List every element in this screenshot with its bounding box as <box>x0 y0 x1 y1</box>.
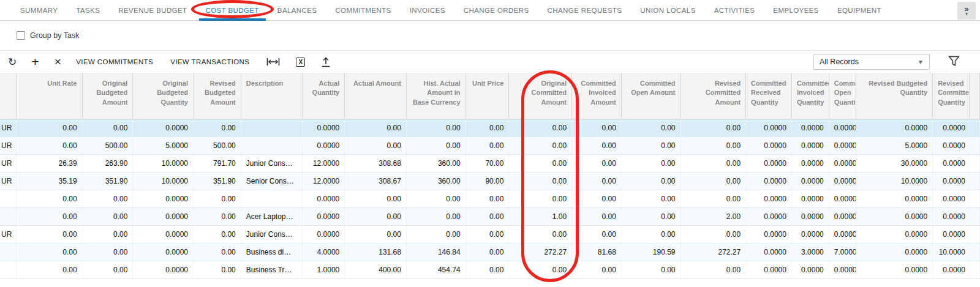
column-header-original-budgeted-quantity[interactable]: Original Budgeted Quantity <box>133 73 194 119</box>
cell-committed-invoiced-amount[interactable]: 0.00 <box>572 155 622 172</box>
cell-original-budgeted-amount[interactable]: 0.00 <box>83 261 134 278</box>
cell-committed-invoiced-quantity[interactable]: 0.0000 <box>792 226 829 243</box>
cell-revised-committed-quantity[interactable]: 0.0000 <box>933 119 970 136</box>
cell-hist-actual-amount[interactable]: 146.84 <box>407 244 466 261</box>
tab-activities[interactable]: ACTIVITIES <box>705 0 764 20</box>
cell-actual-quantity[interactable]: 12.0000 <box>303 155 345 172</box>
cell-original-budgeted-quantity[interactable]: 10.0000 <box>133 173 194 190</box>
cell-original-committed-amount[interactable]: 0.00 <box>509 137 572 154</box>
cell-actual-quantity[interactable]: 0.0000 <box>303 208 345 225</box>
cell-committed-open-amount[interactable]: 0.00 <box>622 173 681 190</box>
cell-revised-budgeted-amount[interactable]: 0.00 <box>194 208 241 225</box>
column-header-edge[interactable] <box>970 73 980 119</box>
group-by-task-checkbox[interactable] <box>17 31 25 40</box>
cell-actual-amount[interactable]: 0.00 <box>345 226 407 243</box>
column-header-committed-invoiced-amount[interactable]: Committed Invoiced Amount <box>572 73 622 119</box>
cell-revised-committed-amount[interactable]: 0.00 <box>681 173 747 190</box>
records-filter-dropdown[interactable]: All Records ▼ <box>813 54 930 70</box>
cell-hist-actual-amount[interactable]: 0.00 <box>407 190 466 207</box>
cell-unit-price[interactable]: 0.00 <box>466 137 510 154</box>
cell-actual-quantity[interactable]: 12.0000 <box>303 173 345 190</box>
cell-currency[interactable]: UR <box>0 119 17 136</box>
cell-edge[interactable] <box>970 155 980 172</box>
cell-revised-committed-quantity[interactable]: 0.0000 <box>933 208 970 225</box>
cell-committed-open-amount[interactable]: 0.00 <box>622 261 681 278</box>
cell-currency[interactable]: UR <box>0 226 17 243</box>
cell-revised-budgeted-quantity[interactable]: 0.0000 <box>856 208 933 225</box>
cell-committed-invoiced-amount[interactable]: 81.68 <box>572 244 622 261</box>
cell-unit-price[interactable]: 70.00 <box>466 155 510 172</box>
tab-revenue-budget[interactable]: REVENUE BUDGET <box>109 0 196 20</box>
cell-original-committed-amount[interactable]: 0.00 <box>509 119 572 136</box>
cell-actual-amount[interactable]: 400.00 <box>345 261 407 278</box>
cell-revised-committed-amount[interactable]: 0.00 <box>681 190 747 207</box>
cell-committed-open-quantity[interactable]: 0.0000 <box>829 173 856 190</box>
delete-row-icon[interactable]: ✕ <box>55 57 62 67</box>
cell-unit-price[interactable]: 0.00 <box>466 190 510 207</box>
cell-description[interactable]: Business Tr… <box>241 261 303 278</box>
tab-balances[interactable]: BALANCES <box>268 0 326 20</box>
add-row-icon[interactable]: + <box>31 54 39 69</box>
cell-revised-budgeted-quantity[interactable]: 5.0000 <box>856 137 933 154</box>
table-row[interactable]: UR26.39263.9010.0000791.70Junior Cons…12… <box>0 155 980 173</box>
cell-actual-amount[interactable]: 308.67 <box>345 173 407 190</box>
cell-committed-open-amount[interactable]: 0.00 <box>622 208 681 225</box>
cell-currency[interactable]: UR <box>0 155 17 172</box>
cell-edge[interactable] <box>970 137 980 154</box>
export-excel-icon[interactable]: X <box>296 58 305 67</box>
cell-committed-received-quantity[interactable]: 0.0000 <box>746 173 792 190</box>
cell-committed-open-quantity[interactable]: 0.0000 <box>829 190 856 207</box>
cell-committed-invoiced-amount[interactable]: 0.00 <box>572 190 622 207</box>
cell-actual-amount[interactable]: 0.00 <box>345 208 407 225</box>
cell-revised-committed-amount[interactable]: 0.00 <box>681 226 747 243</box>
cell-committed-invoiced-amount[interactable]: 0.00 <box>572 137 622 154</box>
cell-committed-received-quantity[interactable]: 0.0000 <box>746 226 792 243</box>
cell-original-budgeted-amount[interactable]: 0.00 <box>83 208 134 225</box>
tab-overflow-button[interactable]: » ▾ <box>957 2 976 20</box>
cell-revised-budgeted-amount[interactable]: 0.00 <box>194 190 241 207</box>
cell-revised-budgeted-amount[interactable]: 0.00 <box>194 244 241 261</box>
cell-original-committed-amount[interactable]: 0.00 <box>509 226 572 243</box>
cell-description[interactable]: Acer Laptop… <box>241 208 303 225</box>
cell-unit-rate[interactable]: 0.00 <box>17 208 83 225</box>
table-row[interactable]: 0.000.000.00000.00Acer Laptop…0.00000.00… <box>0 208 980 226</box>
cell-revised-committed-quantity[interactable]: 0.0000 <box>933 173 970 190</box>
cell-committed-invoiced-quantity[interactable]: 0.0000 <box>792 173 829 190</box>
cell-edge[interactable] <box>970 261 980 278</box>
column-header-revised-budgeted-quantity[interactable]: Revised Budgeted Quantity <box>856 73 933 119</box>
cell-unit-price[interactable]: 0.00 <box>466 244 510 261</box>
cell-actual-quantity[interactable]: 0.0000 <box>303 226 345 243</box>
cell-committed-open-amount[interactable]: 0.00 <box>622 190 681 207</box>
cell-actual-amount[interactable]: 0.00 <box>345 137 407 154</box>
cell-unit-rate[interactable]: 35.19 <box>17 173 83 190</box>
cell-revised-committed-quantity[interactable]: 0.0000 <box>933 190 970 207</box>
cell-revised-budgeted-amount[interactable]: 791.70 <box>194 155 241 172</box>
tab-employees[interactable]: EMPLOYEES <box>764 0 828 20</box>
cell-committed-open-amount[interactable]: 0.00 <box>622 119 681 136</box>
fit-width-icon[interactable] <box>266 58 280 66</box>
cell-unit-price[interactable]: 0.00 <box>466 208 510 225</box>
cell-revised-budgeted-amount[interactable]: 0.00 <box>194 261 241 278</box>
cell-committed-received-quantity[interactable]: 0.0000 <box>746 190 792 207</box>
column-header-unit-rate[interactable]: Unit Rate <box>17 73 83 119</box>
cell-revised-committed-amount[interactable]: 0.00 <box>681 155 747 172</box>
cell-unit-rate[interactable]: 26.39 <box>17 155 83 172</box>
cell-unit-rate[interactable]: 0.00 <box>17 261 83 278</box>
table-row[interactable]: UR0.000.000.00000.000.00000.000.000.000.… <box>0 119 980 137</box>
cell-original-committed-amount[interactable]: 0.00 <box>509 173 572 190</box>
cell-original-budgeted-amount[interactable]: 0.00 <box>83 190 134 207</box>
cell-original-budgeted-amount[interactable]: 0.00 <box>83 226 134 243</box>
cell-committed-invoiced-quantity[interactable]: 0.0000 <box>792 261 829 278</box>
tab-cost-budget[interactable]: COST BUDGET <box>197 0 268 20</box>
cell-revised-committed-quantity[interactable]: 10.0000 <box>933 244 970 261</box>
cell-committed-received-quantity[interactable]: 0.0000 <box>746 244 792 261</box>
column-header-revised-budgeted-amount[interactable]: Revised Budgeted Amount <box>194 73 241 119</box>
cell-actual-amount[interactable]: 0.00 <box>345 190 407 207</box>
cell-original-budgeted-amount[interactable]: 0.00 <box>83 244 134 261</box>
cell-description[interactable] <box>241 137 303 154</box>
cell-committed-received-quantity[interactable]: 0.0000 <box>746 155 792 172</box>
cell-committed-invoiced-amount[interactable]: 0.00 <box>572 226 622 243</box>
cell-committed-invoiced-quantity[interactable]: 0.0000 <box>792 190 829 207</box>
cell-committed-open-amount[interactable]: 0.00 <box>622 137 681 154</box>
cell-committed-received-quantity[interactable]: 0.0000 <box>746 208 792 225</box>
